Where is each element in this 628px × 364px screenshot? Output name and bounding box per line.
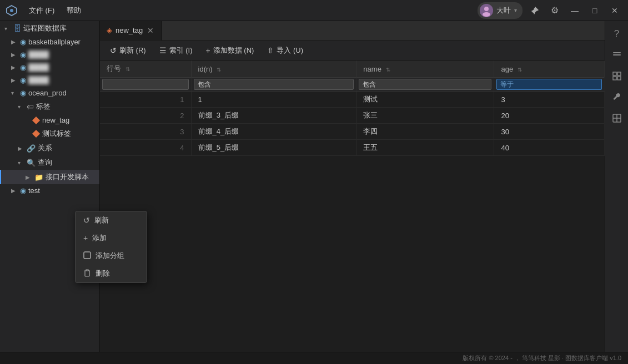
tag-diamond-icon xyxy=(32,116,40,124)
sidebar-label: ████ xyxy=(28,76,49,84)
db-icon: 🗄 xyxy=(13,24,21,33)
import-icon: ⇧ xyxy=(267,46,274,55)
sidebar-item-tags[interactable]: ▾ 🏷 标签 xyxy=(0,99,99,114)
folder-icon: 📁 xyxy=(34,173,43,181)
chart-icon[interactable] xyxy=(607,67,626,85)
sidebar-label: 标签 xyxy=(36,102,51,112)
help-icon[interactable]: ? xyxy=(607,24,626,43)
sidebar-item-blurred3[interactable]: ▶ ◉ ████ xyxy=(0,74,99,87)
sidebar-item-test[interactable]: ▶ ◉ test xyxy=(0,184,99,197)
svg-point-1 xyxy=(10,9,13,12)
filter-rownum-input[interactable] xyxy=(102,79,189,90)
index-label: 索引 (I) xyxy=(169,46,193,55)
menu-help[interactable]: 帮助 xyxy=(61,3,87,18)
col-header-name[interactable]: name ⇅ xyxy=(356,60,494,78)
refresh-icon: ↺ xyxy=(110,46,117,55)
add-group-icon xyxy=(83,251,91,261)
svg-rect-9 xyxy=(613,77,616,80)
tag-diamond-icon xyxy=(32,130,40,138)
svg-rect-14 xyxy=(84,252,91,259)
db-icon: ◉ xyxy=(20,89,26,97)
sidebar-item-blurred1[interactable]: ▶ ◉ ████ xyxy=(0,48,99,61)
svg-point-4 xyxy=(483,12,490,17)
cell-age: 20 xyxy=(494,108,605,124)
filter-name-input[interactable] xyxy=(359,79,491,90)
ctx-add-label: 添加 xyxy=(92,233,107,243)
filter-age-input[interactable] xyxy=(496,79,602,90)
svg-rect-7 xyxy=(613,72,616,75)
menu-file[interactable]: 文件 (F) xyxy=(23,3,60,18)
remote-db-label: 远程图数据库 xyxy=(23,23,67,33)
filter-rownum xyxy=(100,78,191,92)
chevron-down-icon: ▾ xyxy=(514,7,517,13)
sidebar-remote-db[interactable]: ▾ 🗄 远程图数据库 xyxy=(0,21,99,36)
pin-button[interactable] xyxy=(527,3,542,18)
panel-icon[interactable] xyxy=(607,46,626,64)
settings-button[interactable]: ⚙ xyxy=(547,3,562,18)
add-data-button[interactable]: + 添加数据 (N) xyxy=(204,44,257,57)
cell-rownum: 4 xyxy=(100,140,191,156)
ctx-add-group[interactable]: 添加分组 xyxy=(76,247,147,265)
cell-id: 前缀_4_后缀 xyxy=(191,124,356,140)
maximize-button[interactable]: □ xyxy=(587,3,602,18)
svg-rect-8 xyxy=(617,72,621,75)
import-button[interactable]: ⇧ 导入 (U) xyxy=(265,44,305,57)
expand-icon: ▶ xyxy=(26,174,32,180)
folder-icon: 🔗 xyxy=(27,144,36,153)
table-row[interactable]: 4 前缀_5_后缀 王五 40 xyxy=(100,140,605,156)
data-table: 行号 ⇅ id(n) ⇅ name ⇅ xyxy=(100,60,605,156)
minimize-button[interactable]: — xyxy=(567,3,582,18)
right-panel: ◈ new_tag ✕ ↺ 刷新 (R) ☰ 索引 (I) + 添加数据 (N) xyxy=(100,21,628,364)
col-header-age[interactable]: age ⇅ xyxy=(494,60,605,78)
col-header-id[interactable]: id(n) ⇅ xyxy=(191,60,356,78)
tab-close-icon[interactable]: ✕ xyxy=(147,26,154,35)
index-icon: ☰ xyxy=(159,46,167,55)
ctx-add[interactable]: + 添加 xyxy=(76,229,147,247)
cell-id: 前缀_3_后缀 xyxy=(191,108,356,124)
db-icon: ◉ xyxy=(20,50,26,59)
sidebar-label: new_tag xyxy=(42,116,69,124)
cell-rownum: 3 xyxy=(100,124,191,140)
cell-name: 测试 xyxy=(356,92,494,108)
sidebar-item-api-scripts[interactable]: ▶ 📁 接口开发脚本 xyxy=(0,170,99,184)
table-row[interactable]: 1 1 测试 3 xyxy=(100,92,605,108)
sidebar-item-queries[interactable]: ▾ 🔍 查询 xyxy=(0,155,99,170)
titlebar-right: 大叶 ▾ ⚙ — □ ✕ xyxy=(478,2,622,19)
table-row[interactable]: 3 前缀_4_后缀 李四 30 xyxy=(100,124,605,140)
sidebar-item-new-tag[interactable]: new_tag xyxy=(0,114,99,127)
titlebar: 文件 (F) 帮助 大叶 ▾ ⚙ — □ ✕ xyxy=(0,0,628,21)
ctx-refresh-label: 刷新 xyxy=(94,215,109,225)
expand-icon: ▶ xyxy=(18,145,24,151)
index-button[interactable]: ☰ 索引 (I) xyxy=(157,44,195,57)
sort-icon: ⇅ xyxy=(125,66,130,72)
col-header-rownum[interactable]: 行号 ⇅ xyxy=(100,60,191,78)
table-row[interactable]: 2 前缀_3_后缀 张三 20 xyxy=(100,108,605,124)
sidebar-item-blurred2[interactable]: ▶ ◉ ████ xyxy=(0,61,99,74)
filter-row xyxy=(100,78,605,92)
avatar xyxy=(480,4,493,17)
user-badge[interactable]: 大叶 ▾ xyxy=(478,2,523,19)
expand-icon: ▾ xyxy=(4,26,11,32)
close-button[interactable]: ✕ xyxy=(607,3,622,18)
filter-id-input[interactable] xyxy=(194,79,354,90)
cell-name: 李四 xyxy=(356,124,494,140)
add-data-label: 添加数据 (N) xyxy=(213,46,254,55)
expand-icon: ▾ xyxy=(18,104,24,110)
sidebar-item-relations[interactable]: ▶ 🔗 关系 xyxy=(0,141,99,155)
expand-icon: ▶ xyxy=(11,188,18,194)
sidebar-item-ocean-prod[interactable]: ▾ ◉ ocean_prod xyxy=(0,87,99,99)
grid-icon[interactable] xyxy=(607,109,626,128)
ctx-refresh[interactable]: ↺ 刷新 xyxy=(76,211,147,229)
table-wrapper[interactable]: 行号 ⇅ id(n) ⇅ name ⇅ xyxy=(100,60,605,364)
sidebar-item-basketballplayer[interactable]: ▶ ◉ basketballplayer xyxy=(0,36,99,48)
expand-icon: ▶ xyxy=(11,52,18,58)
tab-tag-icon: ◈ xyxy=(107,26,112,34)
table-header-row: 行号 ⇅ id(n) ⇅ name ⇅ xyxy=(100,60,605,78)
wrench-icon[interactable] xyxy=(607,88,626,107)
refresh-label: 刷新 (R) xyxy=(119,46,146,55)
refresh-button[interactable]: ↺ 刷新 (R) xyxy=(108,44,148,57)
tab-new-tag[interactable]: ◈ new_tag ✕ xyxy=(100,21,162,41)
cell-age: 30 xyxy=(494,124,605,140)
sidebar-item-test-tag[interactable]: 测试标签 xyxy=(0,127,99,141)
ctx-delete[interactable]: 删除 xyxy=(76,265,147,282)
